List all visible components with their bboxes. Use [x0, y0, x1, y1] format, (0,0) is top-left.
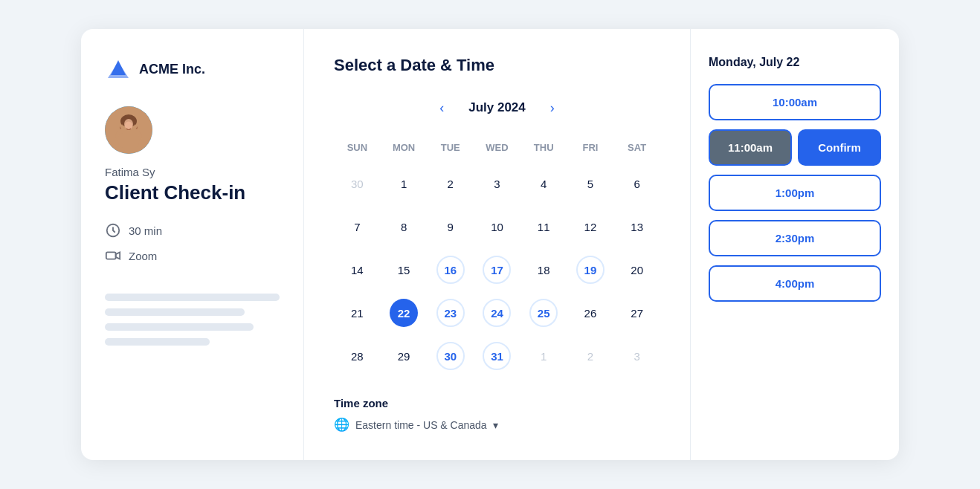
confirm-button[interactable]: Confirm	[798, 129, 881, 166]
clock-icon	[105, 222, 121, 239]
calendar-cell: 29	[381, 336, 428, 376]
calendar-cell[interactable]: 31	[474, 336, 520, 376]
timezone-select[interactable]: 🌐 Eastern time - US & Canada ▾	[334, 417, 660, 433]
calendar-cell: 4	[520, 163, 567, 204]
calendar-cell: 14	[334, 250, 381, 290]
day-number: 30	[343, 169, 371, 198]
left-panel: ACME Inc. Fatima Sy Client Check-in	[81, 29, 304, 460]
calendar-nav: ‹ July 2024 ›	[334, 96, 660, 120]
day-number[interactable]: 25	[529, 299, 558, 327]
day-number[interactable]: 17	[483, 256, 511, 284]
time-slot-1pm[interactable]: 1:00pm	[709, 175, 881, 211]
day-number: 5	[576, 169, 605, 198]
prev-month-button[interactable]: ‹	[430, 96, 454, 120]
calendar-cell[interactable]: 17	[474, 250, 520, 290]
day-number[interactable]: 19	[576, 256, 605, 284]
skeleton-line	[105, 294, 280, 301]
calendar-cell: 15	[381, 250, 428, 290]
calendar-cell: 2	[427, 163, 474, 204]
day-number: 1	[529, 342, 558, 370]
calendar-grid: SUN MON TUE WED THU FRI SAT 301234567891…	[334, 137, 660, 376]
calendar-cell[interactable]: 24	[474, 293, 520, 333]
calendar-cell: 1	[381, 163, 428, 204]
calendar-cell: 30	[334, 163, 381, 204]
day-number: 15	[390, 256, 418, 284]
day-number[interactable]: 30	[436, 342, 465, 370]
day-number[interactable]: 22	[390, 299, 418, 327]
day-number: 26	[576, 299, 605, 327]
month-label: July 2024	[468, 100, 526, 115]
day-number[interactable]: 31	[483, 342, 511, 370]
meeting-type-meta: Zoom	[105, 247, 280, 264]
time-slot-230pm[interactable]: 2:30pm	[709, 220, 881, 256]
calendar-cell: 26	[567, 293, 614, 333]
skeleton-lines	[105, 294, 280, 346]
day-number: 28	[343, 342, 371, 370]
calendar-cell: 1	[520, 336, 567, 376]
time-slot-4pm[interactable]: 4:00pm	[709, 265, 881, 302]
day-header-wed: WED	[474, 137, 520, 158]
day-number[interactable]: 16	[436, 256, 465, 284]
day-number: 2	[576, 342, 605, 370]
skeleton-line	[105, 308, 245, 316]
timezone-label: Time zone	[334, 397, 660, 409]
day-header-sat: SAT	[613, 137, 660, 158]
day-header-sun: SUN	[334, 137, 381, 158]
calendar-cell: 7	[334, 207, 381, 247]
calendar-cell: 5	[567, 163, 614, 204]
calendar-cell: 3	[474, 163, 520, 204]
svg-point-9	[125, 122, 132, 130]
time-slot-label: 1:00pm	[776, 187, 815, 199]
day-number: 21	[343, 299, 371, 327]
time-slot-label: 2:30pm	[776, 232, 815, 244]
day-number: 18	[529, 256, 558, 284]
calendar-cell: 21	[334, 293, 381, 333]
person-name: Fatima Sy	[105, 166, 280, 178]
timezone-dropdown-arrow: ▾	[493, 419, 498, 431]
day-number[interactable]: 23	[436, 299, 465, 327]
day-number: 11	[529, 213, 558, 241]
timezone-value: Eastern time - US & Canada	[355, 419, 487, 431]
skeleton-line	[105, 338, 210, 346]
calendar-cell[interactable]: 25	[520, 293, 567, 333]
day-number: 20	[623, 256, 651, 284]
day-number: 8	[390, 213, 418, 241]
brand-name: ACME Inc.	[139, 62, 205, 77]
day-header-tue: TUE	[427, 137, 474, 158]
calendar-cell: 2	[567, 336, 614, 376]
day-number: 13	[623, 213, 651, 241]
time-slot-label: 10:00am	[773, 96, 817, 109]
calendar-cell: 9	[427, 207, 474, 247]
time-slot-11am-row: 11:00am Confirm	[709, 129, 881, 166]
brand-header: ACME Inc.	[105, 56, 280, 82]
day-number: 6	[623, 169, 651, 198]
center-panel: Select a Date & Time ‹ July 2024 › SUN M…	[304, 29, 691, 460]
globe-icon: 🌐	[334, 417, 349, 433]
svg-rect-11	[106, 253, 116, 259]
calendar-cell: 10	[474, 207, 520, 247]
calendar-header: SUN MON TUE WED THU FRI SAT	[334, 137, 660, 158]
day-number: 12	[576, 213, 605, 241]
day-number: 7	[343, 213, 371, 241]
svg-rect-8	[118, 133, 139, 148]
meeting-type-label: Zoom	[129, 250, 157, 262]
calendar-cell[interactable]: 16	[427, 250, 474, 290]
time-slot-10am[interactable]: 10:00am	[709, 84, 881, 120]
calendar-cell: 28	[334, 336, 381, 376]
day-number: 14	[343, 256, 371, 284]
calendar-body: 3012345678910111213141516171819202122232…	[334, 163, 660, 376]
day-number: 3	[623, 342, 651, 370]
calendar-cell[interactable]: 22	[381, 293, 428, 333]
calendar-cell[interactable]: 23	[427, 293, 474, 333]
time-slot-label: 4:00pm	[776, 277, 815, 290]
day-number: 1	[390, 169, 418, 198]
next-month-button[interactable]: ›	[541, 96, 564, 120]
calendar-cell[interactable]: 19	[567, 250, 614, 290]
calendar-cell[interactable]: 30	[427, 336, 474, 376]
day-number[interactable]: 24	[483, 299, 511, 327]
confirm-label: Confirm	[818, 141, 861, 154]
time-slot-11am[interactable]: 11:00am	[709, 129, 792, 166]
section-title: Select a Date & Time	[334, 56, 660, 75]
duration-meta: 30 min	[105, 222, 280, 239]
timezone-section: Time zone 🌐 Eastern time - US & Canada ▾	[334, 397, 660, 433]
